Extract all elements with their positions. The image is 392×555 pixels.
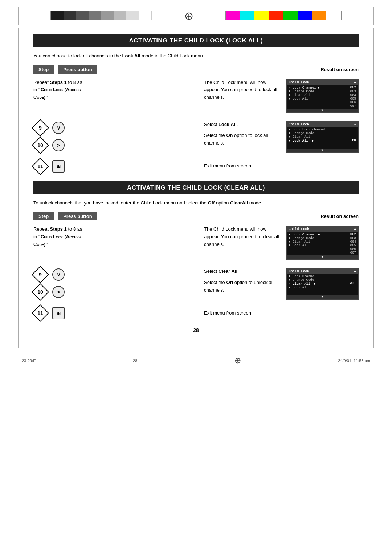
section1-steps9-10: 9 ∨ 10 > Select Lock All. Select the On … — [33, 121, 359, 153]
section1-step11: 11 ⊞ Exit menu from screen. — [33, 159, 359, 173]
footer-right: 24/9/01, 11:53 am — [338, 358, 370, 363]
section-lock-all: Activating the Child Lock (Lock All) You… — [33, 34, 359, 173]
step10-btn: > — [52, 139, 65, 151]
section1-row1: Repeat Steps 1 to 8 asin "Child Lock (Ac… — [33, 79, 359, 113]
step10b-btn: > — [52, 286, 65, 298]
footer-crosshair: ⊕ — [234, 356, 241, 365]
section2-intro: To unlock channels that you have locked,… — [33, 199, 359, 207]
section2-header: Step Press button Result on screen — [33, 212, 359, 220]
step11b-row: 11 ⊞ — [33, 306, 200, 320]
section1-instruction9: Select Lock All. — [204, 121, 282, 129]
section2-steps9-10: 9 ∨ 10 > Select Clear All. Select the Of… — [33, 268, 359, 300]
step9-row: 9 ∨ — [33, 121, 200, 135]
screen1-second: Child Lock▲ ■ Lock Lock channel ■ Change… — [286, 121, 359, 153]
step9-btn: ∨ — [52, 122, 65, 134]
page-wrapper: ⊕ Activating the Child Lock (Lock All) Y… — [0, 0, 392, 555]
section2-steps9-10-left: 9 ∨ 10 > — [33, 268, 200, 299]
section2-instruction9: Select Clear All. — [204, 268, 282, 275]
section2-title: Activating the Child Lock (Clear All) — [33, 181, 359, 194]
section2-steps9-10-mid: Select Clear All. Select the Off option … — [200, 268, 286, 294]
section2-instruction1: The Child Lock menu will now appear. You… — [204, 226, 282, 248]
screen2-first: Child Lock▲ ✔ Lock Channel ▶002 ■ Change… — [286, 226, 359, 260]
page-number: 28 — [33, 327, 359, 333]
footer-center: 28 — [133, 358, 137, 363]
step11b-btn: ⊞ — [52, 307, 65, 319]
step9-badge: 9 — [33, 121, 47, 135]
screen2-second: Child Lock▲ ■ Lock Channel ■ Change Code… — [286, 268, 359, 300]
section1-instruction10: Select the On option to lock all channel… — [204, 132, 282, 147]
press-label-1: Press button — [58, 65, 97, 74]
step10b-badge: 10 — [33, 285, 47, 299]
step9b-badge: 9 — [33, 268, 47, 281]
step11b-badge: 11 — [33, 306, 47, 320]
step10-row: 10 > — [33, 138, 200, 152]
section1-instruction11: Exit menu from screen. — [200, 162, 286, 170]
section1-intro: You can choose to lock all channels in t… — [33, 52, 359, 60]
section2-instruction10: Select the Off option to unlock all chan… — [204, 279, 282, 294]
footer: 23-29/E 28 ⊕ 24/9/01, 11:53 am — [0, 352, 392, 369]
step10b-row: 10 > — [33, 285, 200, 299]
step9b-row: 9 ∨ — [33, 268, 200, 281]
color-bar-left — [50, 11, 152, 20]
section2-row1-left: Repeat Steps 1 to 8 asin "Child Lock (Ac… — [33, 226, 200, 248]
step-label-1: Step — [33, 65, 54, 74]
repeat-text-2: Repeat Steps 1 to 8 asin "Child Lock (Ac… — [33, 226, 82, 247]
top-bars-row: ⊕ — [0, 0, 392, 25]
result-label-1: Result on screen — [320, 67, 359, 72]
section1-row1-left: Repeat Steps 1 to 8 asin "Child Lock (Ac… — [33, 79, 200, 101]
result-label-2: Result on screen — [320, 214, 359, 219]
section1-instruction1: The Child Lock menu will now appear. You… — [204, 79, 282, 101]
section1-title: Activating the Child Lock (Lock All) — [33, 34, 359, 47]
step11-badge: 11 — [33, 159, 47, 173]
color-bar-right — [225, 11, 342, 20]
crosshair-top: ⊕ — [178, 9, 200, 22]
step10-badge: 10 — [33, 138, 47, 152]
screen1-first: Child Lock▲ ✔ Lock Channel ▶002 ■ Change… — [286, 79, 359, 113]
step11-btn: ⊞ — [52, 160, 65, 173]
step-label-2: Step — [33, 212, 54, 220]
section1-steps9-10-left: 9 ∨ 10 > — [33, 121, 200, 152]
section1-header: Step Press button Result on screen — [33, 65, 359, 74]
main-content: Activating the Child Lock (Lock All) You… — [18, 28, 374, 348]
repeat-text-1: Repeat Steps 1 to 8 asin "Child Lock (Ac… — [33, 80, 82, 100]
section1-steps9-10-mid: Select Lock All. Select the On option to… — [200, 121, 286, 147]
section2-instruction11: Exit menu from screen. — [200, 309, 286, 317]
step9b-btn: ∨ — [52, 268, 65, 281]
press-label-2: Press button — [58, 212, 97, 220]
section2-row1-mid: The Child Lock menu will now appear. You… — [200, 226, 286, 248]
section2-step11: 11 ⊞ Exit menu from screen. — [33, 306, 359, 320]
step11-row: 11 ⊞ — [33, 159, 200, 173]
section1-row1-mid: The Child Lock menu will now appear. You… — [200, 79, 286, 101]
section-clear-all: Activating the Child Lock (Clear All) To… — [33, 181, 359, 320]
footer-left: 23-29/E — [22, 358, 36, 363]
section2-row1: Repeat Steps 1 to 8 asin "Child Lock (Ac… — [33, 226, 359, 260]
